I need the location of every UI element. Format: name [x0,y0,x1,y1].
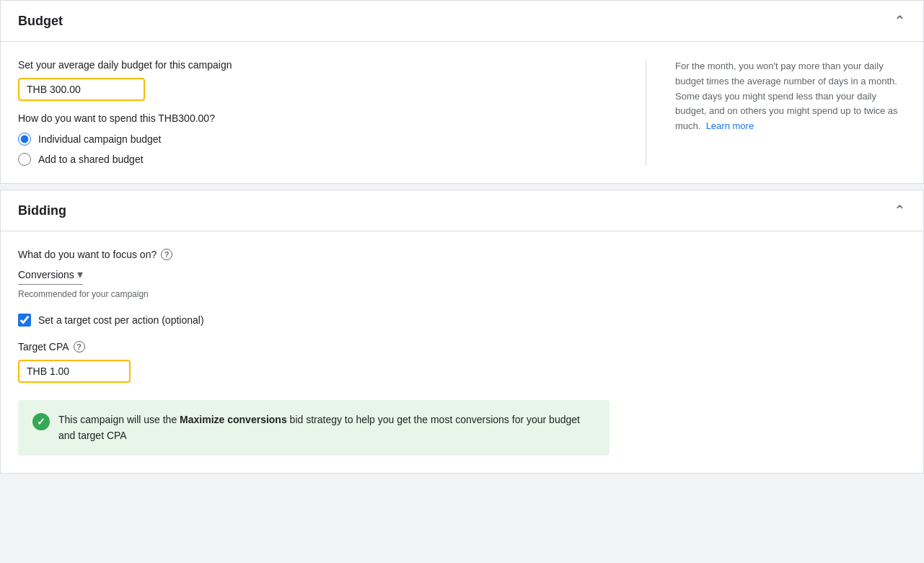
bidding-collapse-icon[interactable]: ⌃ [894,202,906,219]
bidding-section: Bidding ⌃ What do you want to focus on? … [0,190,924,474]
bid-strategy-checkmark-icon: ✓ [32,413,50,430]
target-cpa-help-icon[interactable]: ? [74,341,85,353]
focus-label-text: What do you want to focus on? [18,249,157,260]
bid-strategy-text-bold: Maximize conversions [180,414,287,425]
budget-currency-prefix: THB [27,84,47,95]
target-cpa-currency-prefix: THB [27,365,47,377]
conversions-dropdown-arrow: ▾ [77,267,83,281]
budget-input[interactable] [50,84,136,95]
budget-section-title: Budget [18,14,63,29]
target-cpa-label-text: Target CPA [18,341,69,353]
bidding-section-title: Bidding [18,203,66,218]
budget-question: How do you want to spend this THB300.00? [18,112,617,124]
radio-shared-label: Add to a shared budget [38,154,144,165]
bid-strategy-info-box: ✓ This campaign will use the Maximize co… [18,400,610,456]
budget-field-label: Set your average daily budget for this c… [18,59,617,71]
budget-left-panel: Set your average daily budget for this c… [18,59,646,166]
focus-label-row: What do you want to focus on? ? [18,249,906,260]
target-cpa-input-wrapper: THB [18,360,131,383]
radio-individual[interactable]: Individual campaign budget [18,133,617,146]
conversions-dropdown-value: Conversions [18,269,74,280]
target-cpa-input[interactable] [50,365,122,377]
target-cpa-label-row: Target CPA ? [18,341,906,353]
radio-shared-input[interactable] [18,153,31,166]
focus-help-icon[interactable]: ? [161,249,172,260]
target-cpa-checkbox-label: Set a target cost per action (optional) [38,314,204,326]
recommended-text: Recommended for your campaign [18,289,906,299]
conversions-dropdown[interactable]: Conversions ▾ [18,267,83,285]
bidding-section-header: Bidding ⌃ [1,190,923,231]
target-cpa-checkbox[interactable] [18,314,31,327]
radio-shared[interactable]: Add to a shared budget [18,153,617,166]
radio-individual-input[interactable] [18,133,31,146]
budget-section-header: Budget ⌃ [1,1,923,42]
radio-individual-label: Individual campaign budget [38,133,161,145]
budget-section: Budget ⌃ Set your average daily budget f… [0,0,924,184]
bid-strategy-info-text: This campaign will use the Maximize conv… [58,412,595,444]
bidding-section-body: What do you want to focus on? ? Conversi… [1,231,923,473]
budget-collapse-icon[interactable]: ⌃ [894,12,906,30]
budget-learn-more-link[interactable]: Learn more [706,120,754,131]
budget-sidebar: For the month, you won't pay more than y… [646,59,906,166]
budget-input-wrapper: THB [18,78,145,101]
bid-strategy-text-before: This campaign will use the [58,414,180,425]
budget-radio-group: Individual campaign budget Add to a shar… [18,133,617,166]
target-cpa-checkbox-row: Set a target cost per action (optional) [18,314,906,327]
budget-section-body: Set your average daily budget for this c… [1,42,923,183]
